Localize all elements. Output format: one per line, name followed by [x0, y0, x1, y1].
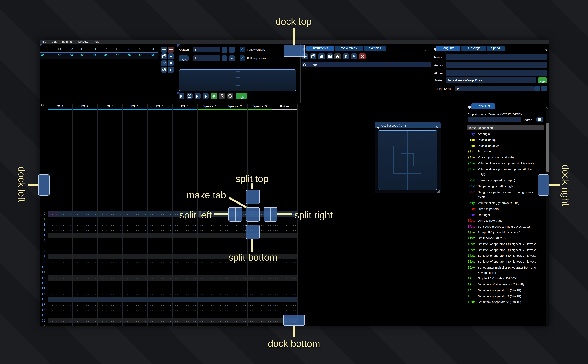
channel-header[interactable]: Square 2	[222, 104, 247, 110]
effect-list-item[interactable]: 00xy Arpeggio	[468, 132, 538, 137]
pattern-cell[interactable]: ... .. .. ...	[47, 249, 73, 254]
pattern-cell[interactable]: ... .. .. ...	[172, 265, 197, 270]
pattern-row[interactable]: 11 ... .. .. ... ... .. .. ... ... .. ..…	[40, 270, 297, 275]
order-add-button[interactable]	[161, 47, 167, 53]
pattern-cell[interactable]: ... .. .. ...	[222, 238, 247, 243]
pattern-cell[interactable]: ... .. .. ...	[172, 227, 197, 233]
order-cell[interactable]: 00	[65, 54, 77, 57]
pattern-cell[interactable]: ... .. .. ...	[247, 307, 272, 313]
pattern-cell[interactable]: ... .. .. ...	[247, 318, 272, 323]
pattern-row[interactable]: 19 ... .. .. ... ... .. .. ... ... .. ..…	[40, 313, 297, 318]
tab-wavetables[interactable]: Wavetables	[335, 45, 363, 51]
oscilloscope-xy-titlebar[interactable]: Oscilloscope (X-Y)	[375, 122, 441, 128]
order-move-down-button[interactable]	[161, 60, 167, 66]
instrument-list-item[interactable]: - None -	[302, 62, 431, 67]
pattern-cell[interactable]: ... .. .. ...	[122, 291, 147, 297]
close-icon[interactable]	[424, 46, 427, 50]
channel-header[interactable]: FM 6	[172, 104, 197, 110]
tuning-decrease-button[interactable]: -	[534, 86, 540, 92]
pattern-cell[interactable]: ... .. .. ...	[122, 243, 147, 249]
step-mode-button[interactable]: Step	[178, 56, 189, 61]
pattern-cell[interactable]: ... .. .. ...	[97, 222, 122, 227]
pattern-cell[interactable]: ... .. .. ...	[197, 238, 222, 243]
pattern-cell[interactable]: ... .. .. ...	[197, 297, 222, 302]
pattern-cell[interactable]: ... .. .. ...	[47, 323, 73, 326]
order-cell[interactable]: 00	[146, 54, 158, 57]
pattern-row[interactable]: 21 ... .. .. ... ... .. .. ... ... .. ..…	[40, 323, 297, 326]
pattern-cell[interactable]: ... .. .. ...	[122, 318, 147, 323]
pattern-cell[interactable]: ... .. .. ...	[73, 281, 98, 286]
pattern-cell[interactable]: ... .. .. ...	[47, 254, 73, 259]
pattern-cell[interactable]: ... .. .. ...	[147, 243, 172, 249]
pattern-row[interactable]: 10 ... .. .. ... ... .. .. ... ... .. ..…	[40, 265, 297, 270]
pattern-cell[interactable]: ... .. .. ...	[272, 275, 297, 281]
step-down-button[interactable]	[203, 93, 209, 99]
pattern-cell[interactable]: ... .. .. ...	[97, 217, 122, 222]
pattern-cell[interactable]: ... .. .. ...	[222, 265, 247, 270]
step-increase-button[interactable]: +	[229, 56, 235, 61]
pattern-cell[interactable]: ... .. .. ...	[73, 318, 98, 323]
pattern-row[interactable]: 15 ... .. .. ... ... .. .. ... ... .. ..…	[40, 291, 297, 297]
pattern-cell[interactable]: ... .. .. ...	[172, 254, 197, 259]
song-name-input[interactable]	[446, 54, 547, 60]
channel-header[interactable]: FM 1	[47, 104, 73, 110]
pattern-cell[interactable]: ... .. .. ...	[122, 302, 147, 307]
pattern-cell[interactable]: ... .. .. ...	[247, 265, 272, 270]
pattern-cell[interactable]: ... .. .. ...	[222, 291, 247, 297]
channel-header[interactable]: Noise	[272, 104, 297, 110]
pattern-cell[interactable]: ... .. .. ...	[172, 297, 197, 302]
pattern-cell[interactable]: ... .. .. ...	[147, 313, 172, 318]
menu-item[interactable]: settings	[59, 39, 75, 45]
pattern-cell[interactable]: ... .. .. ...	[97, 323, 122, 326]
make-tab-target[interactable]	[246, 207, 260, 221]
pattern-cell[interactable]: ... .. .. ...	[147, 275, 172, 281]
song-author-input[interactable]	[446, 62, 547, 68]
pattern-cell[interactable]: ... .. .. ...	[147, 302, 172, 307]
pattern-cell[interactable]: ... .. .. ...	[97, 291, 122, 297]
order-deep-clone-button[interactable]	[161, 67, 167, 73]
pattern-cell[interactable]: ... .. .. ...	[73, 238, 98, 243]
pattern-cell[interactable]: ... .. .. ...	[197, 227, 222, 233]
pattern-row[interactable]: 18 ... .. .. ... ... .. .. ... ... .. ..…	[40, 307, 297, 313]
pattern-cell[interactable]: ... .. .. ...	[172, 259, 197, 265]
pattern-cell[interactable]: ... .. .. ...	[97, 318, 122, 323]
order-move-up-button[interactable]	[168, 53, 174, 59]
effect-list-item[interactable]: 04xy Vibrato (x: speed; y: depth)	[468, 155, 538, 160]
tab-song-info[interactable]: Song Info	[436, 45, 460, 51]
effect-list-item[interactable]: 09xx Set groove pattern (speed 1 if no g…	[468, 190, 538, 200]
pattern-cell[interactable]: ... .. .. ...	[147, 249, 172, 254]
effect-list-item[interactable]: 03xx Portamento	[468, 150, 538, 155]
pattern-cell[interactable]: ... .. .. ...	[222, 297, 247, 302]
effect-list-item[interactable]: 17xx Toggle PCM mode (LEGACY)	[468, 276, 538, 281]
pattern-expand-button[interactable]: ++	[41, 104, 44, 107]
pattern-cell[interactable]: ... .. .. ...	[122, 259, 147, 265]
pattern-cell[interactable]: ... .. .. ...	[73, 323, 98, 326]
effect-list-scrollbar-thumb[interactable]	[546, 123, 549, 172]
pattern-cell[interactable]: ... .. .. ...	[197, 243, 222, 249]
oscilloscope-xy-window[interactable]: Oscilloscope (X-Y)	[375, 122, 441, 193]
system-input[interactable]	[446, 78, 537, 83]
pattern-cell[interactable]: ... .. .. ...	[222, 275, 247, 281]
pattern-cell[interactable]: ... .. .. ...	[172, 323, 197, 326]
pattern-cell[interactable]: ... .. .. ...	[47, 275, 73, 281]
pattern-cell[interactable]: ... .. .. ...	[272, 291, 297, 297]
resize-grip[interactable]	[437, 189, 440, 193]
pattern-cell[interactable]: ... .. .. ...	[197, 307, 222, 313]
pattern-cell[interactable]: ... .. .. ...	[73, 233, 98, 238]
pattern-cell[interactable]: ... .. .. ...	[73, 291, 98, 297]
pattern-cell[interactable]: ... .. .. ...	[247, 302, 272, 307]
menu-item[interactable]: edit	[49, 39, 59, 45]
follow-pattern-checkbox[interactable]: ✓	[240, 56, 245, 61]
pattern-cell[interactable]: ... .. .. ...	[97, 297, 122, 302]
effect-list-item[interactable]: 14xx Set level of operator 3 (0 highest,…	[468, 254, 538, 259]
effect-list-item[interactable]: 02xx Pitch slide down	[468, 143, 538, 149]
pattern-cell[interactable]: ... .. .. ...	[247, 270, 272, 275]
play-one-row-button[interactable]	[195, 93, 200, 99]
tab-instruments[interactable]: Instruments	[306, 45, 334, 51]
pattern-cell[interactable]: ... .. .. ...	[97, 233, 122, 238]
collapse-icon[interactable]	[468, 104, 472, 108]
pattern-cell[interactable]: ... .. .. ...	[172, 233, 197, 238]
pattern-cell[interactable]: ... .. .. ...	[197, 254, 222, 259]
order-duplicate-button[interactable]	[161, 53, 167, 59]
pattern-cell[interactable]: ... .. .. ...	[197, 302, 222, 307]
